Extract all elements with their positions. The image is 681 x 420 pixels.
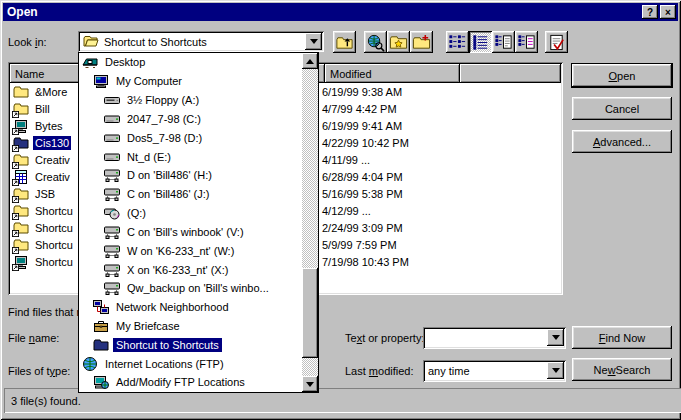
netdrive-icon (104, 280, 120, 296)
list-view-button[interactable] (446, 31, 469, 53)
dropdown-item[interactable]: 2047_7-98 (C:) (79, 109, 302, 128)
column-header-modified[interactable]: Modified (325, 64, 460, 83)
file-modified: 7/19/98 10:43 PM (320, 256, 452, 268)
dropdown-item-label: 3½ Floppy (A:) (124, 93, 202, 107)
file-modified: 4/7/99 4:42 PM (320, 103, 452, 115)
look-in-value: Shortcut to Shortcuts (104, 36, 207, 48)
file-modified: 4/22/99 10:42 PM (320, 137, 452, 149)
dropdown-item[interactable]: Qw_backup on 'Bill's winbo... (79, 279, 302, 298)
close-button[interactable]: × (660, 5, 676, 19)
drive-icon (104, 111, 120, 127)
look-in-label: Look in: (8, 36, 47, 48)
dropdown-item[interactable]: My Briefcase (79, 317, 302, 336)
text-or-property-combobox[interactable] (423, 327, 566, 349)
folder-icon (13, 220, 29, 236)
file-modified: 5/16/99 5:38 PM (320, 188, 452, 200)
dropdown-item[interactable]: (Q:) (79, 204, 302, 223)
dropdown-item[interactable]: C on 'Bill's winbook' (V:) (79, 222, 302, 241)
chevron-up-icon (306, 59, 314, 64)
dropdown-item-label: C on 'Bill's winbook' (V:) (124, 225, 247, 239)
look-in-favorites-button[interactable] (387, 31, 410, 53)
details-view-button[interactable] (469, 31, 492, 53)
files-of-type-label: Files of type: (8, 365, 70, 377)
list-view-icon (448, 33, 467, 52)
dropdown-item[interactable]: C on 'Bill486' (J:) (79, 185, 302, 204)
title-bar[interactable]: Open ? × (3, 3, 678, 21)
file-name: Shortcu (33, 204, 75, 218)
folder-dark-icon (13, 135, 29, 151)
shortcut-arrow-icon (12, 128, 19, 135)
advanced-button[interactable]: Advanced... (572, 130, 672, 153)
file-modified: 6/28/99 4:04 PM (320, 171, 452, 183)
folder-icon (13, 203, 29, 219)
look-in-dropdown-arrow[interactable] (305, 33, 322, 50)
look-in-dropdown-list: DesktopMy Computer3½ Floppy (A:)2047_7-9… (79, 53, 302, 392)
shortcut-arrow-icon (12, 213, 19, 220)
commands-settings-button[interactable] (545, 31, 568, 53)
scroll-up-button[interactable] (302, 53, 318, 69)
file-modified: 2/24/99 3:09 PM (320, 222, 452, 234)
column-header-blank[interactable] (460, 64, 561, 83)
status-text: 3 file(s) found. (11, 395, 81, 407)
open-folder-icon (83, 34, 99, 50)
netdrive-icon (104, 243, 120, 259)
dropdown-item-label: Network Neighborhood (113, 300, 232, 314)
dropdown-item-label: (Q:) (124, 206, 149, 220)
file-name: Shortcu (33, 255, 75, 269)
dropdown-item[interactable]: Add/Modify FTP Locations (79, 373, 302, 392)
last-modified-dropdown-arrow[interactable] (547, 362, 564, 379)
cancel-button[interactable]: Cancel (572, 97, 672, 120)
preview-view-button[interactable] (515, 31, 538, 53)
dropdown-item-label: Qw_backup on 'Bill's winbo... (124, 281, 272, 295)
netdrive-icon (104, 186, 120, 202)
drive-icon (104, 130, 120, 146)
shortcut-arrow-icon (12, 196, 19, 203)
scroll-down-button[interactable] (302, 376, 318, 392)
dropdown-item-label: W on 'K6-233_nt' (W:) (124, 244, 237, 258)
dropdown-item[interactable]: Internet Locations (FTP) (79, 354, 302, 373)
details-view-icon (471, 33, 490, 52)
dropdown-item[interactable]: X on 'K6-233_nt' (X:) (79, 260, 302, 279)
dropdown-item-label: D on 'Bill486' (H:) (124, 168, 215, 182)
dropdown-item-label: Add/Modify FTP Locations (113, 375, 248, 389)
scrollbar-thumb[interactable] (302, 268, 318, 358)
properties-view-button[interactable] (492, 31, 515, 53)
file-name: Shortcu (33, 221, 75, 235)
folder-icon (13, 84, 29, 100)
file-name: &More (33, 85, 69, 99)
dropdown-item[interactable]: Network Neighborhood (79, 298, 302, 317)
look-in-combobox[interactable]: Shortcut to Shortcuts (78, 31, 324, 52)
dropdown-item-label: X on 'K6-233_nt' (X:) (124, 263, 231, 277)
add-to-favorites-button[interactable] (410, 31, 433, 53)
dropdown-item[interactable]: D on 'Bill486' (H:) (79, 166, 302, 185)
dropdown-item[interactable]: Shortcut to Shortcuts (79, 335, 302, 354)
dropdown-item[interactable]: 3½ Floppy (A:) (79, 91, 302, 110)
dropdown-item-label: Internet Locations (FTP) (102, 357, 227, 371)
file-name: Creativ (33, 170, 72, 184)
dropdown-item-label: My Briefcase (113, 319, 183, 333)
netdrive-icon (104, 167, 120, 183)
last-modified-combobox[interactable]: any time (423, 360, 566, 382)
toolbar (333, 31, 568, 53)
text-or-property-dropdown-arrow[interactable] (547, 329, 564, 346)
dropdown-item[interactable]: W on 'K6-233_nt' (W:) (79, 241, 302, 260)
search-web-icon (366, 33, 385, 52)
dropdown-scrollbar[interactable] (302, 53, 318, 392)
up-one-level-button[interactable] (333, 31, 356, 53)
find-now-button[interactable]: Find Now (572, 326, 672, 349)
shortcut-arrow-icon (12, 111, 19, 118)
dropdown-item[interactable]: Nt_d (E:) (79, 147, 302, 166)
commands-settings-icon (547, 33, 566, 52)
help-button[interactable]: ? (642, 5, 658, 19)
dropdown-item[interactable]: Desktop (79, 53, 302, 72)
dropdown-item-label: Desktop (102, 55, 148, 69)
open-button[interactable]: Open (571, 63, 673, 88)
dropdown-item-label: 2047_7-98 (C:) (124, 112, 204, 126)
dropdown-item[interactable]: My Computer (79, 72, 302, 91)
new-search-button[interactable]: New Search (572, 358, 672, 381)
search-web-button[interactable] (364, 31, 387, 53)
dropdown-item[interactable]: Dos5_7-98 (D:) (79, 128, 302, 147)
program-icon (13, 254, 29, 270)
program-icon (13, 118, 29, 134)
floppy-icon (104, 92, 120, 108)
